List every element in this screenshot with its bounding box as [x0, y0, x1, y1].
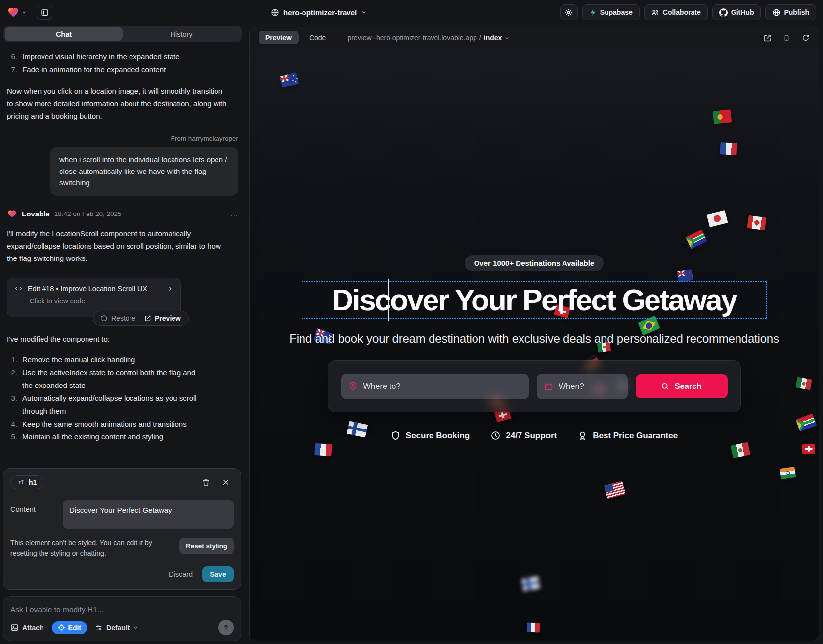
tab-code[interactable]: Code	[303, 31, 333, 44]
message-timestamp: 18:42 on Feb 20, 2025	[54, 210, 122, 217]
default-label: Default	[106, 624, 130, 632]
where-to-field[interactable]	[341, 374, 529, 399]
trash-icon[interactable]	[202, 478, 210, 487]
styling-note: This element can't be styled. You can ed…	[10, 538, 159, 558]
assistant-paragraph: I've modified the component to:	[7, 333, 229, 345]
list-text: Automatically expand/collapse locations …	[22, 392, 222, 418]
url-path: index	[484, 34, 502, 42]
features-row: Secure Booking 24/7 Support Best Price G…	[390, 430, 678, 441]
hero-heading[interactable]: Discover Your Perfect Getaway	[332, 283, 736, 317]
open-in-new-icon[interactable]	[763, 34, 772, 42]
when-field[interactable]	[537, 374, 628, 399]
chat-sidebar: Chat History 6. Improved visual hierarch…	[0, 25, 245, 644]
project-name: hero-optimizer-travel	[283, 8, 357, 17]
reset-styling-button[interactable]: Reset styling	[179, 538, 234, 554]
award-icon	[577, 430, 588, 441]
preview-viewport: Over 1000+ Destinations Available Discov…	[250, 48, 819, 641]
lovable-logo-menu[interactable]	[7, 6, 27, 18]
hero-subheading: Find and book your dream destination wit…	[289, 332, 779, 345]
content-value-textarea[interactable]: Discover Your Perfect Getaway	[63, 500, 234, 529]
feature-secure-booking: Secure Booking	[390, 430, 470, 441]
list-number: 6.	[7, 50, 22, 63]
shield-icon	[390, 430, 401, 441]
list-item: 2. Use the activeIndex state to control …	[7, 366, 238, 392]
restore-button[interactable]: Restore	[101, 314, 135, 322]
preview-pane: Preview Code preview--hero-optimizer-tra…	[249, 27, 819, 641]
panel-left-icon	[41, 8, 49, 17]
selected-element-badge[interactable]: h1	[10, 475, 43, 489]
url-separator: /	[479, 34, 481, 42]
tab-history[interactable]: History	[123, 27, 240, 41]
assistant-list-top: 6. Improved visual hierarchy in the expa…	[7, 50, 238, 76]
project-switcher[interactable]: hero-optimizer-travel	[271, 8, 367, 17]
message-menu-button[interactable]: ...	[230, 210, 238, 218]
save-button[interactable]: Save	[202, 566, 234, 582]
text-caret	[388, 279, 389, 321]
list-number: 5.	[7, 430, 22, 443]
when-input[interactable]	[559, 382, 620, 391]
tab-preview[interactable]: Preview	[259, 31, 299, 44]
element-editor-panel: h1 Content Discover Your Perfect Getaway…	[3, 468, 241, 590]
edit-mode-label: Edit	[68, 624, 81, 632]
feature-label: Best Price Guarantee	[593, 431, 678, 441]
search-button[interactable]: Search	[636, 374, 728, 398]
arrow-up-icon	[222, 624, 230, 631]
assistant-message-header: Lovable 18:42 on Feb 20, 2025 ...	[7, 209, 238, 218]
publish-label: Publish	[784, 8, 809, 16]
discard-button[interactable]: Discard	[169, 570, 193, 578]
supabase-button[interactable]: Supabase	[582, 4, 640, 20]
restore-label: Restore	[111, 314, 135, 322]
hero-section: Over 1000+ Destinations Available Discov…	[250, 48, 819, 641]
list-item: 3. Automatically expand/collapse locatio…	[7, 392, 238, 418]
people-icon	[651, 8, 659, 17]
send-button[interactable]	[218, 620, 234, 635]
url-host: preview--hero-optimizer-travel.lovable.a…	[347, 34, 476, 42]
where-to-input[interactable]	[363, 382, 521, 391]
content-field-label: Content	[10, 500, 63, 529]
sidebar-toggle-button[interactable]	[37, 5, 52, 20]
list-number: 4.	[7, 418, 22, 430]
selected-heading-box[interactable]: Discover Your Perfect Getaway	[302, 282, 766, 318]
assistant-paragraph: Now when you click on a location image, …	[7, 85, 229, 122]
list-number: 1.	[7, 353, 22, 366]
tab-chat[interactable]: Chat	[5, 27, 123, 41]
list-number: 7.	[7, 63, 22, 76]
collaborate-button[interactable]: Collaborate	[644, 4, 708, 20]
edit-mode-button[interactable]: Edit	[52, 621, 87, 634]
model-default-dropdown[interactable]: Default	[95, 624, 138, 632]
feature-best-price: Best Price Guarantee	[577, 430, 678, 441]
chat-message-input[interactable]	[10, 602, 234, 614]
clock-icon	[490, 430, 501, 441]
supabase-icon	[589, 9, 597, 16]
list-text: Remove the manual click handling	[22, 353, 135, 366]
assistant-paragraph: I'll modify the LocationScroll component…	[7, 227, 229, 264]
feature-label: Secure Booking	[406, 431, 470, 441]
refresh-icon[interactable]	[802, 34, 810, 42]
mobile-view-icon[interactable]	[783, 34, 790, 42]
assistant-name: Lovable	[22, 210, 50, 218]
location-pin-icon	[348, 382, 358, 391]
edit-card-title: Edit #18 • Improve Location Scroll UX	[28, 285, 147, 293]
attach-button[interactable]: Attach	[10, 623, 44, 632]
list-text: Improved visual hierarchy in the expande…	[22, 50, 180, 63]
chat-input-box[interactable]: Attach Edit Default	[3, 596, 241, 641]
settings-button[interactable]	[560, 4, 578, 20]
attach-label: Attach	[22, 624, 44, 632]
publish-globe-icon	[772, 8, 780, 17]
assistant-list-bottom: 1. Remove the manual click handling 2. U…	[7, 353, 238, 443]
github-button[interactable]: GitHub	[712, 4, 761, 20]
feature-support: 24/7 Support	[490, 430, 557, 441]
preview-url[interactable]: preview--hero-optimizer-travel.lovable.a…	[347, 34, 510, 42]
preview-version-button[interactable]: Preview	[144, 314, 181, 322]
sliders-icon	[95, 624, 103, 632]
attach-image-icon	[10, 623, 19, 632]
close-icon[interactable]	[222, 478, 230, 486]
list-text: Maintain all the existing content and st…	[22, 430, 163, 443]
edit-target-icon	[58, 624, 65, 631]
publish-button[interactable]: Publish	[765, 4, 816, 20]
edit-card-subtitle: Click to view code	[30, 297, 173, 305]
preview-toolbar: Preview Code preview--hero-optimizer-tra…	[250, 27, 819, 48]
chevron-down-icon	[133, 625, 138, 630]
github-icon	[719, 8, 728, 17]
chat-scroll-area[interactable]: 6. Improved visual hierarchy in the expa…	[0, 42, 245, 446]
